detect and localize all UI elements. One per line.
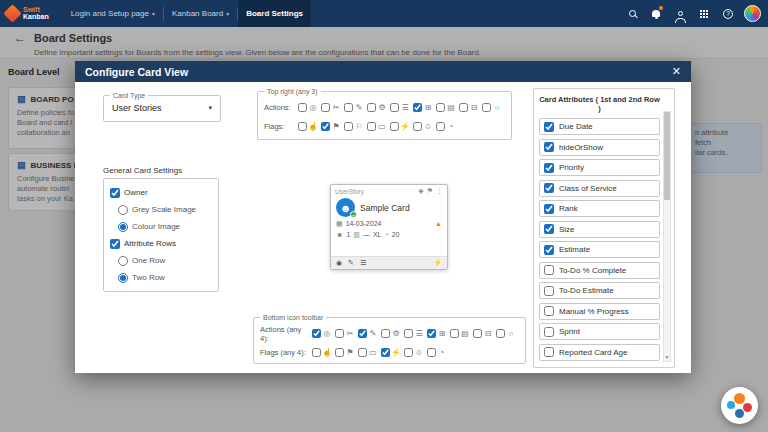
flag-option[interactable]: ⚡ [390,122,410,132]
apps-grid-icon[interactable] [694,0,714,27]
flag-option[interactable]: ⚑ [335,348,355,358]
action-checkbox[interactable] [312,329,321,338]
flag-checkbox[interactable] [298,122,307,131]
action-option[interactable]: ✎ [358,329,378,339]
action-checkbox[interactable] [390,103,399,112]
action-option[interactable]: ▤ [436,103,456,113]
attribute-row[interactable]: Manual % Progress [539,303,660,320]
flag-checkbox[interactable] [344,122,353,131]
action-option[interactable]: ◎ [312,329,332,339]
owner-checkbox[interactable] [110,188,120,198]
flag-option[interactable]: ⚡ [381,348,401,358]
attribute-row[interactable]: Due Date [539,118,660,135]
scroll-down-arrow-icon[interactable]: ▼ [664,353,670,361]
action-option[interactable]: ○ [496,329,516,339]
attribute-checkbox[interactable] [544,142,554,152]
app-logo[interactable]: Swift Kanban [6,7,49,20]
flag-option[interactable]: ☺ [413,122,433,132]
action-option[interactable]: ☰ [390,103,410,113]
attribute-row[interactable]: Size [539,221,660,238]
action-checkbox[interactable] [367,103,376,112]
breadcrumb-login-setup[interactable]: Login and Setup page ▾ [63,0,163,27]
action-checkbox[interactable] [427,329,436,338]
flag-checkbox[interactable] [404,348,413,357]
flag-option[interactable]: ☝ [298,122,318,132]
attribute-row[interactable]: Estimate [539,241,660,258]
flag-checkbox[interactable] [335,348,344,357]
action-checkbox[interactable] [404,329,413,338]
attribute-row[interactable]: Sprint [539,323,660,340]
attribute-checkbox[interactable] [544,204,554,214]
list-icon[interactable]: ☰ [360,259,366,267]
flag-checkbox[interactable] [367,122,376,131]
attribute-row[interactable]: Reported Card Age [539,344,660,361]
attribute-checkbox[interactable] [544,224,554,234]
watch-icon[interactable]: ◉ [336,259,342,267]
kebab-menu-icon[interactable]: ⋮ [436,187,443,195]
action-option[interactable]: ○ [482,103,502,113]
flag-icon[interactable]: ⚑ [427,187,433,195]
two-row-radio-row[interactable]: Two Row [110,269,212,286]
action-checkbox[interactable] [321,103,330,112]
action-checkbox[interactable] [381,329,390,338]
flag-checkbox[interactable] [312,348,321,357]
attributes-scrollbar[interactable]: ▼ [663,111,671,362]
flag-option[interactable]: ☺ [404,348,424,358]
action-checkbox[interactable] [436,103,445,112]
action-checkbox[interactable] [344,103,353,112]
action-checkbox[interactable] [473,329,482,338]
action-checkbox[interactable] [496,329,505,338]
action-option[interactable]: ☰ [404,329,424,339]
edit-icon[interactable]: ✎ [348,259,354,267]
grey-scale-radio-row[interactable]: Grey Scale Image [110,201,212,218]
scrollbar-thumb[interactable] [664,112,670,200]
action-option[interactable]: ⊞ [413,103,433,113]
flag-checkbox[interactable] [413,122,422,131]
attribute-checkbox[interactable] [544,306,554,316]
flag-option[interactable]: ▭ [367,122,387,132]
attribute-row[interactable]: Rank [539,200,660,217]
attribute-rows-checkbox[interactable] [110,239,120,249]
flag-option[interactable]: ☝ [312,348,332,358]
action-checkbox[interactable] [450,329,459,338]
flag-checkbox[interactable] [427,348,436,357]
attribute-row[interactable]: Class of Service [539,180,660,197]
action-option[interactable]: ◎ [298,103,318,113]
search-icon[interactable] [622,0,642,27]
action-option[interactable]: ⊟ [473,329,493,339]
action-checkbox[interactable] [358,329,367,338]
attribute-row[interactable]: hideOrShow [539,139,660,156]
action-option[interactable]: ⊞ [427,329,447,339]
lightning-icon[interactable]: ⚡ [433,259,442,267]
attribute-rows-checkbox-row[interactable]: Attribute Rows [110,235,212,252]
attribute-row[interactable]: To-Do % Complete [539,262,660,279]
action-checkbox[interactable] [298,103,307,112]
tag-icon[interactable]: ◈ [418,187,423,195]
action-option[interactable]: ✂ [335,329,355,339]
one-row-radio[interactable] [118,256,128,266]
attribute-checkbox[interactable] [544,347,554,357]
help-icon[interactable]: ? [718,0,738,27]
colour-image-radio-row[interactable]: Colour Image [110,218,212,235]
flag-checkbox[interactable] [358,348,367,357]
flag-option[interactable]: ▭ [358,348,378,358]
breadcrumb-kanban-board[interactable]: Kanban Board ▾ [164,0,237,27]
action-option[interactable]: ✂ [321,103,341,113]
attribute-checkbox[interactable] [544,265,554,275]
action-checkbox[interactable] [335,329,344,338]
colour-image-radio[interactable] [118,222,128,232]
grey-scale-radio[interactable] [118,205,128,215]
card-type-select[interactable]: Card Type User Stories ▾ [103,92,221,122]
flag-checkbox[interactable] [390,122,399,131]
attribute-row[interactable]: Priority [539,159,660,176]
close-icon[interactable]: ✕ [672,66,681,77]
action-option[interactable]: ⚙ [381,329,401,339]
flag-checkbox[interactable] [321,122,330,131]
attribute-checkbox[interactable] [544,122,554,132]
user-icon[interactable] [670,0,690,27]
flag-option[interactable]: ◔ [436,122,456,132]
attribute-checkbox[interactable] [544,327,554,337]
profile-avatar[interactable] [742,0,762,27]
notifications-bell-icon[interactable] [646,0,666,27]
attribute-checkbox[interactable] [544,286,554,296]
